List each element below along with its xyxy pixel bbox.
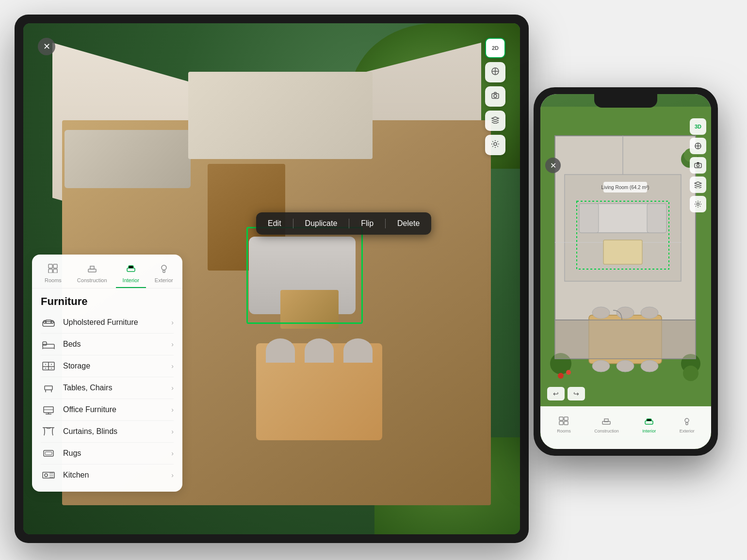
scene-background: Edit Duplicate Flip Delete ✕ 2D	[0, 0, 747, 560]
iphone-camera-icon	[694, 162, 702, 169]
close-icon: ✕	[43, 42, 50, 51]
iphone-btn-camera[interactable]	[690, 157, 706, 174]
beds-label: Beds	[63, 340, 164, 349]
svg-rect-30	[45, 386, 52, 390]
panel-tab-interior-label: Interior	[123, 277, 139, 283]
panel-tab-interior[interactable]: Interior	[116, 260, 146, 288]
furniture-item-curtains[interactable]: Curtains, Blinds ›	[36, 421, 179, 442]
iphone-close-button[interactable]: ✕	[545, 158, 561, 173]
panel-tab-construction[interactable]: Construction	[70, 260, 114, 288]
toolbar-btn-2d[interactable]: 2D	[485, 38, 505, 58]
context-menu-flip[interactable]: Flip	[357, 217, 377, 230]
office-arrow: ›	[171, 406, 174, 414]
coffee-table[interactable]	[280, 290, 339, 329]
ipad-right-toolbar: 2D	[485, 38, 505, 155]
panel-tab-rooms[interactable]: Rooms	[38, 260, 68, 288]
iphone-tab-exterior[interactable]: Exterior	[680, 416, 695, 433]
kitchen-counter	[65, 130, 191, 188]
svg-rect-10	[88, 269, 96, 272]
layers-icon	[491, 116, 500, 126]
svg-point-55	[592, 360, 610, 372]
furniture-item-beds[interactable]: Beds ›	[36, 334, 179, 355]
svg-point-54	[641, 307, 658, 319]
tables-label: Tables, Chairs	[63, 384, 164, 392]
svg-point-72	[566, 370, 571, 375]
kitchen-icon	[41, 469, 56, 481]
iphone-tab-rooms[interactable]: Rooms	[557, 416, 571, 433]
iphone-3d-label: 3D	[695, 124, 701, 129]
redo-icon: ↪	[573, 390, 579, 398]
toolbar-btn-view1[interactable]	[485, 62, 505, 82]
svg-point-5	[494, 143, 497, 145]
chair-1	[266, 338, 295, 363]
iphone-device: Living Room (64.2 m²)	[534, 87, 718, 456]
chair-3	[343, 338, 373, 363]
iphone-layers-icon	[694, 181, 702, 188]
panel-tab-exterior[interactable]: Exterior	[148, 260, 180, 288]
svg-point-57	[641, 360, 658, 372]
svg-rect-19	[43, 344, 54, 348]
svg-rect-12	[127, 268, 135, 272]
svg-rect-82	[564, 421, 568, 425]
chair-2	[305, 338, 334, 363]
furniture-item-rugs[interactable]: Rugs ›	[36, 443, 179, 464]
furniture-item-tables[interactable]: Tables, Chairs ›	[36, 377, 179, 399]
room-render-3d: Edit Duplicate Flip Delete ✕ 2D	[23, 23, 520, 534]
separator-2	[349, 219, 349, 228]
iphone-right-toolbar: 3D	[690, 118, 706, 212]
context-menu-delete[interactable]: Delete	[393, 217, 423, 230]
toolbar-btn-camera[interactable]	[485, 86, 505, 107]
upholstered-label: Upholstered Furniture	[63, 318, 164, 327]
context-menu-duplicate[interactable]: Duplicate	[301, 217, 341, 230]
beds-arrow: ›	[171, 340, 174, 348]
panel-tab-rooms-label: Rooms	[45, 277, 62, 283]
svg-rect-81	[559, 421, 563, 425]
iphone-rooms-icon	[559, 416, 568, 427]
iphone-btn-view1[interactable]	[690, 138, 706, 154]
furniture-panel-tabs: Rooms Construction Interio	[32, 255, 182, 288]
iphone-notch	[594, 94, 657, 108]
svg-point-52	[592, 307, 610, 319]
toolbar-btn-settings[interactable]	[485, 135, 505, 155]
svg-point-27	[45, 368, 46, 369]
storage-arrow: ›	[171, 362, 174, 370]
svg-rect-87	[686, 422, 688, 425]
toolbar-btn-layers[interactable]	[485, 111, 505, 131]
ipad-device: Edit Duplicate Flip Delete ✕ 2D	[15, 15, 529, 543]
undo-icon: ↩	[553, 390, 559, 398]
iphone-undo-button[interactable]: ↩	[547, 387, 565, 400]
iphone-tab-construction[interactable]: Construction	[594, 416, 619, 433]
iphone-construction-icon	[601, 416, 611, 427]
kitchen-arrow: ›	[171, 471, 174, 479]
svg-rect-11	[90, 266, 94, 269]
svg-rect-7	[53, 264, 57, 268]
iphone-btn-3d[interactable]: 3D	[690, 118, 706, 135]
svg-point-71	[558, 373, 564, 379]
iphone-tab-exterior-label: Exterior	[680, 429, 695, 433]
furniture-item-kitchen[interactable]: Kitchen ›	[36, 464, 179, 486]
panel-tab-construction-label: Construction	[77, 277, 107, 283]
furniture-panel: Rooms Construction Interio	[32, 255, 182, 492]
furniture-item-storage[interactable]: Storage ›	[36, 355, 179, 377]
furniture-item-upholstered[interactable]: Upholstered Furniture ›	[36, 312, 179, 333]
context-menu-edit[interactable]: Edit	[264, 217, 285, 230]
iphone-tab-interior-label: Interior	[642, 429, 656, 433]
iphone-tab-interior[interactable]: Interior	[642, 416, 656, 433]
curtains-arrow: ›	[171, 428, 174, 435]
iphone-redo-button[interactable]: ↪	[568, 387, 585, 400]
iphone-gear-icon	[694, 200, 702, 208]
iphone-tab-construction-label: Construction	[594, 429, 619, 433]
iphone-btn-settings[interactable]	[690, 196, 706, 212]
iphone-btn-layers[interactable]	[690, 176, 706, 193]
ipad-close-button[interactable]: ✕	[38, 38, 55, 55]
rooms-tab-icon	[48, 263, 58, 275]
rugs-icon	[41, 448, 56, 459]
svg-rect-61	[603, 240, 642, 264]
furniture-list: Upholstered Furniture › Beds ›	[32, 312, 182, 492]
furniture-item-office[interactable]: Office Furniture ›	[36, 399, 179, 420]
svg-point-69	[683, 366, 698, 381]
exterior-tab-icon	[159, 263, 169, 275]
storage-icon	[41, 360, 56, 372]
iphone-interior-icon	[644, 416, 654, 427]
svg-rect-14	[163, 270, 165, 272]
